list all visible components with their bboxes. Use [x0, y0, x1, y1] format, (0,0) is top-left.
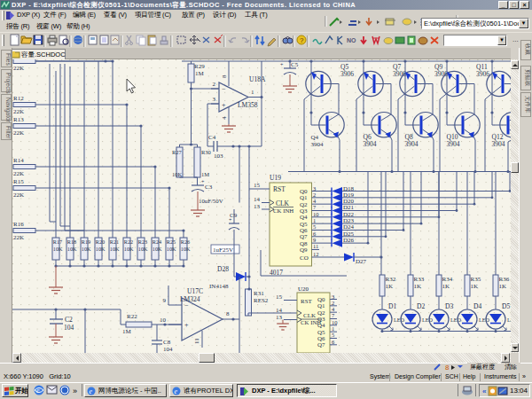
svg-text:10K: 10K: [153, 246, 162, 252]
svg-text:10K: 10K: [110, 246, 120, 252]
svg-text:8: 8: [445, 364, 450, 372]
svg-text:R23: R23: [138, 239, 147, 245]
svg-text:9: 9: [163, 297, 167, 304]
svg-text:15: 15: [276, 293, 283, 301]
svg-text:3904: 3904: [311, 141, 325, 148]
svg-text:CO: CO: [300, 254, 309, 262]
svg-text:Q4: Q4: [311, 134, 319, 141]
svg-text:8: 8: [226, 310, 230, 317]
svg-text:Q9: Q9: [300, 246, 308, 254]
svg-text:R18: R18: [67, 239, 76, 245]
svg-text:10K: 10K: [96, 246, 106, 252]
svg-text:»: »: [73, 387, 77, 395]
svg-text:LED: LED: [394, 317, 405, 323]
svg-text:R36: R36: [499, 276, 510, 283]
svg-text:10K: 10K: [82, 246, 91, 252]
svg-text:3904: 3904: [405, 140, 419, 148]
svg-text:104: 104: [64, 324, 74, 332]
svg-text:5: 5: [313, 223, 316, 230]
svg-text:22K: 22K: [13, 170, 24, 177]
svg-text:e: e: [36, 387, 40, 395]
svg-text:R31: R31: [254, 290, 264, 297]
svg-text:9: 9: [313, 237, 316, 243]
svg-text:e: e: [90, 387, 93, 395]
svg-text:?: ?: [300, 36, 304, 44]
svg-text:22K: 22K: [13, 65, 24, 72]
svg-text:1: 1: [313, 217, 316, 223]
svg-text:R35: R35: [471, 276, 481, 283]
svg-text:10: 10: [313, 211, 319, 217]
svg-text:IN4148: IN4148: [209, 283, 229, 290]
svg-text:22K: 22K: [13, 129, 24, 137]
svg-text:22K: 22K: [13, 108, 24, 115]
svg-text:2: 2: [313, 192, 316, 198]
svg-text:CLK: CLK: [303, 312, 316, 319]
svg-text:3904: 3904: [447, 140, 460, 148]
svg-text:10K: 10K: [53, 246, 63, 252]
svg-text:U17C: U17C: [187, 287, 203, 295]
svg-text:R21: R21: [110, 239, 119, 245]
svg-text:U19: U19: [270, 174, 281, 182]
svg-text:1K: 1K: [386, 283, 394, 290]
svg-text:1K: 1K: [414, 283, 422, 290]
svg-text:«: «: [482, 387, 487, 395]
svg-text:1K: 1K: [499, 283, 507, 290]
svg-text:D27: D27: [356, 258, 367, 265]
svg-text:R20: R20: [96, 239, 105, 245]
svg-text:R26: R26: [181, 239, 190, 245]
svg-text:10K: 10K: [172, 171, 183, 177]
svg-text:3904: 3904: [364, 140, 377, 148]
svg-text:22K: 22K: [13, 192, 24, 199]
svg-text:10K: 10K: [181, 246, 191, 252]
svg-text:R34: R34: [442, 276, 453, 283]
svg-text:10K: 10K: [167, 246, 176, 252]
svg-text:LM324: LM324: [180, 295, 200, 303]
svg-text:11: 11: [193, 338, 200, 344]
svg-text:R30: R30: [201, 149, 211, 155]
svg-text:RST: RST: [301, 298, 313, 305]
svg-text:1M: 1M: [195, 70, 205, 77]
svg-text:C2: C2: [65, 316, 73, 324]
svg-text:1: 1: [251, 89, 254, 96]
svg-text:+: +: [184, 321, 189, 329]
svg-text:LED: LED: [450, 317, 462, 323]
svg-text:2: 2: [332, 300, 334, 306]
svg-text:C9: C9: [230, 212, 238, 219]
svg-text:5: 5: [332, 332, 334, 338]
svg-text:1K: 1K: [442, 283, 450, 290]
svg-text:12: 12: [313, 251, 319, 257]
svg-text:15: 15: [254, 182, 261, 189]
svg-text:CLK: CLK: [276, 200, 290, 207]
svg-text:22K: 22K: [13, 234, 24, 241]
svg-text:10K: 10K: [138, 246, 148, 252]
svg-text:LED: LED: [479, 317, 490, 323]
svg-text:D4: D4: [473, 302, 481, 310]
svg-text:R29: R29: [194, 63, 205, 70]
svg-text:13: 13: [254, 203, 261, 210]
svg-text:RST: RST: [273, 185, 286, 193]
svg-text:R22: R22: [124, 239, 133, 245]
svg-text:R14: R14: [13, 157, 24, 164]
svg-text:Q7: Q7: [317, 341, 325, 348]
svg-text:R13: R13: [13, 116, 24, 123]
svg-text:R19: R19: [82, 239, 90, 245]
svg-text:R22: R22: [127, 313, 137, 320]
svg-text:R33: R33: [414, 276, 425, 283]
svg-text:U20: U20: [298, 286, 309, 293]
svg-text:1uF25V: 1uF25V: [213, 246, 233, 254]
svg-text:C5: C5: [291, 61, 299, 68]
svg-text:13: 13: [276, 314, 283, 321]
svg-text:3904: 3904: [492, 140, 505, 148]
svg-text:3: 3: [313, 185, 316, 192]
svg-text:R27: R27: [172, 149, 183, 155]
svg-text:NO: NO: [347, 37, 356, 43]
svg-text:1: 1: [332, 325, 334, 332]
svg-text:R12: R12: [13, 95, 24, 102]
svg-text:103: 103: [214, 153, 223, 160]
svg-text:3906: 3906: [476, 70, 489, 78]
svg-text:10K: 10K: [124, 246, 134, 252]
svg-text:2: 2: [213, 81, 216, 88]
svg-text:e: e: [175, 387, 178, 395]
svg-text:LED: LED: [422, 317, 434, 323]
svg-text:10: 10: [160, 317, 167, 324]
